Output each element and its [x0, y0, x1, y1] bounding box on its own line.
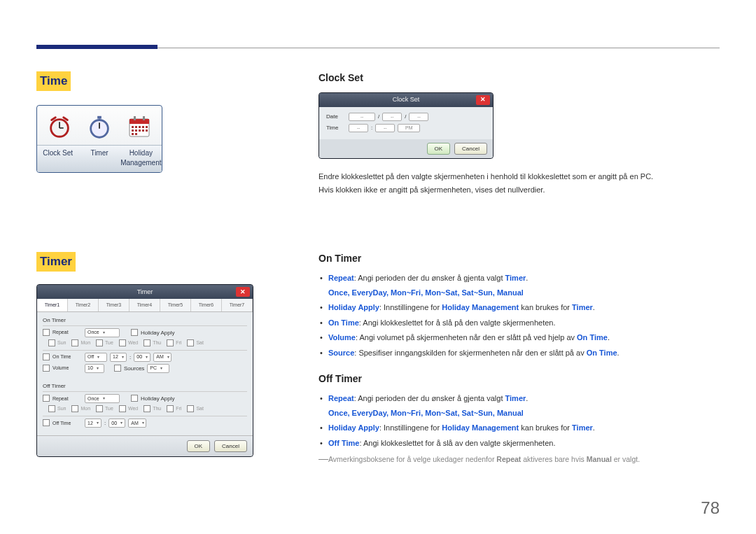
heading-clock-set: Clock Set	[318, 71, 720, 85]
timer-tabs: Timer1 Timer2 Timer3 Timer4 Timer5 Timer…	[37, 299, 253, 312]
time-label-clock-set: Clock Set	[37, 146, 78, 172]
timer-dialog: Timer ✕ Timer1 Timer2 Timer3 Timer4 Time…	[36, 284, 253, 457]
on-holiday-label: Holiday Apply	[141, 329, 174, 337]
svg-rect-5	[97, 116, 102, 119]
on-day-mon[interactable]	[71, 339, 78, 346]
header-rule-accent	[36, 45, 158, 49]
timer-ok-button[interactable]: OK	[187, 440, 211, 452]
time-field-2[interactable]: --	[375, 124, 395, 132]
on-time-ampm[interactable]: AM	[153, 353, 172, 362]
date-field-3[interactable]: --	[409, 113, 428, 121]
on-repeat-select[interactable]: Once	[85, 328, 120, 337]
on-day-sun[interactable]	[48, 339, 55, 346]
time-field-1[interactable]: --	[349, 124, 368, 132]
off-day-sat[interactable]	[187, 405, 194, 412]
off-day-thu[interactable]	[144, 405, 150, 412]
clock-cancel-button[interactable]: Cancel	[454, 143, 487, 155]
off-time-min[interactable]: 00	[108, 419, 125, 428]
on-time-label: On Time	[52, 353, 82, 360]
time-label: Time	[326, 124, 346, 132]
svg-rect-10	[143, 116, 145, 120]
on-sources-label: Sources	[124, 365, 144, 372]
on-time-hour[interactable]: 12	[110, 353, 127, 362]
on-volume-label: Volume	[52, 365, 82, 372]
on-repeat-checkbox[interactable]	[43, 329, 50, 336]
time-panel: Clock Set Timer Holiday Management	[36, 105, 162, 173]
timer-dialog-title: Timer	[137, 288, 153, 297]
on-bullet-ontime: On Time: Angi klokkeslettet for å slå på…	[328, 318, 720, 328]
off-day-tue[interactable]	[96, 405, 103, 412]
clock-ok-button[interactable]: OK	[427, 143, 451, 155]
off-bullet-repeat: Repeat: Angi perioden der du ønsker å gj…	[328, 393, 720, 404]
on-day-thu[interactable]	[144, 339, 150, 346]
on-time-off-select[interactable]: Off	[85, 353, 107, 362]
off-holiday-label: Holiday Apply	[141, 395, 174, 402]
on-day-fri[interactable]	[167, 339, 174, 346]
svg-rect-21	[132, 133, 134, 135]
off-bullet-offtime: Off Time: Angi klokkeslettet for å slå a…	[328, 438, 720, 449]
svg-rect-16	[132, 129, 134, 132]
clock-set-dialog-header: Clock Set ✕	[319, 93, 493, 107]
tab-timer5[interactable]: Timer5	[160, 299, 191, 311]
on-time-min[interactable]: 00	[134, 353, 150, 362]
on-day-wed[interactable]	[119, 339, 126, 346]
off-day-sun[interactable]	[48, 405, 55, 412]
time-option-clock-set[interactable]	[40, 113, 80, 143]
time-option-holiday[interactable]	[119, 113, 159, 143]
time-label-timer: Timer	[78, 146, 120, 172]
calendar-icon	[125, 113, 153, 141]
svg-rect-13	[139, 126, 141, 128]
date-field-1[interactable]: --	[349, 113, 375, 121]
timer-cancel-button[interactable]: Cancel	[214, 440, 247, 452]
clock-set-dialog-title: Clock Set	[393, 95, 420, 104]
svg-rect-12	[135, 126, 137, 128]
off-time-hour[interactable]: 12	[85, 419, 102, 428]
svg-rect-8	[130, 119, 149, 124]
tab-timer6[interactable]: Timer6	[191, 299, 222, 311]
on-sources-select[interactable]: PC	[147, 364, 169, 373]
on-volume-select[interactable]: 10	[85, 364, 104, 373]
on-bullet-source: Source: Spesifiser inngangskilden for sk…	[328, 348, 720, 358]
timer-dialog-header: Timer ✕	[37, 285, 253, 299]
page-number: 78	[701, 496, 720, 520]
on-holiday-checkbox[interactable]	[131, 329, 138, 336]
tab-timer2[interactable]: Timer2	[68, 299, 99, 311]
close-icon[interactable]: ✕	[236, 287, 250, 297]
time-option-timer[interactable]	[80, 113, 120, 143]
close-icon[interactable]: ✕	[476, 95, 490, 105]
svg-rect-9	[134, 116, 136, 120]
on-repeat-options: Once, EveryDay, Mon~Fri, Mon~Sat, Sat~Su…	[328, 288, 720, 298]
off-time-checkbox[interactable]	[43, 419, 50, 426]
off-holiday-checkbox[interactable]	[131, 395, 138, 402]
off-days-row: Sun Mon Tue Wed Thu Fri Sat	[48, 405, 247, 412]
on-bullet-volume: Volume: Angi volumet på skjermenheten nå…	[328, 332, 720, 343]
time-label-holiday: Holiday Management	[120, 146, 162, 172]
on-sources-checkbox[interactable]	[114, 365, 121, 372]
alarm-clock-icon	[46, 113, 74, 141]
off-day-fri[interactable]	[167, 405, 174, 412]
on-day-sat[interactable]	[187, 339, 194, 346]
tab-timer7[interactable]: Timer7	[222, 299, 253, 311]
time-field-ampm[interactable]: PM	[398, 124, 420, 132]
svg-rect-14	[142, 126, 144, 128]
date-field-2[interactable]: --	[382, 113, 402, 121]
stopwatch-icon	[85, 113, 113, 141]
on-day-tue[interactable]	[96, 339, 103, 346]
footnote: Avmerkingsboksene for å velge ukedager n…	[318, 454, 720, 465]
on-volume-checkbox[interactable]	[43, 365, 50, 372]
on-time-checkbox[interactable]	[43, 353, 50, 360]
off-repeat-options: Once, EveryDay, Mon~Fri, Mon~Sat, Sat~Su…	[328, 408, 720, 419]
off-day-wed[interactable]	[119, 405, 126, 412]
off-repeat-select[interactable]: Once	[85, 394, 120, 403]
off-repeat-checkbox[interactable]	[43, 395, 50, 402]
on-bullet-repeat: Repeat: Angi perioden der du ønsker å gj…	[328, 273, 720, 283]
on-days-row: Sun Mon Tue Wed Thu Fri Sat	[48, 339, 247, 346]
svg-rect-22	[135, 133, 137, 135]
svg-rect-11	[132, 126, 134, 128]
off-time-ampm[interactable]: AM	[128, 419, 146, 428]
tab-timer1[interactable]: Timer1	[37, 299, 68, 311]
tab-timer4[interactable]: Timer4	[130, 299, 160, 311]
off-day-mon[interactable]	[71, 405, 78, 412]
clock-para-1: Endre klokkeslettet på den valgte skjerm…	[318, 171, 720, 182]
tab-timer3[interactable]: Timer3	[99, 299, 130, 311]
